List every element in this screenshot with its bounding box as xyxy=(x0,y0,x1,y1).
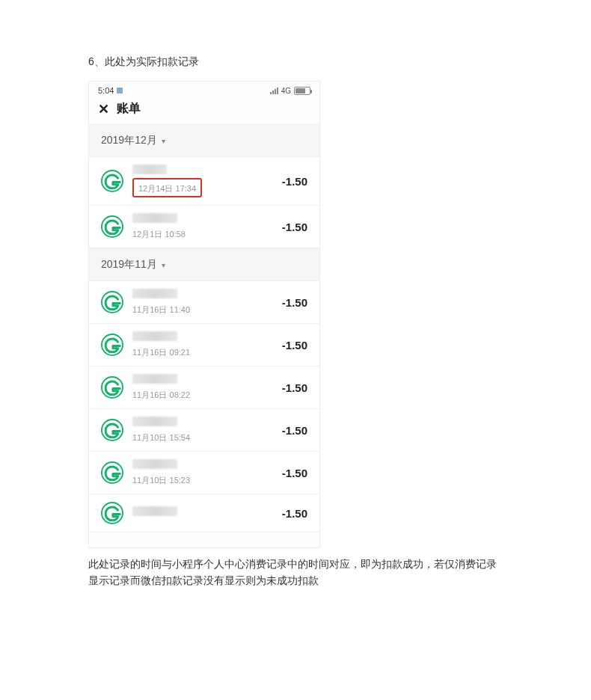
network-label: 4G xyxy=(281,87,291,95)
transaction-amount: -1.50 xyxy=(282,381,307,394)
transaction-body: 11月16日 11:40 xyxy=(132,289,282,316)
chevron-down-icon: ▾ xyxy=(162,261,165,269)
transaction-body: 11月10日 15:23 xyxy=(132,459,282,486)
close-icon[interactable]: ✕ xyxy=(98,102,109,116)
g-logo-icon xyxy=(101,291,123,313)
transaction-time: 12月14日 17:34 xyxy=(138,184,196,193)
transaction-body: 12月14日 17:34 xyxy=(132,165,282,197)
bill-list: 2019年12月 ▾ 12月14日 17:34 -1.50 12月1日 10:5… xyxy=(89,124,319,532)
merchant-icon xyxy=(101,461,123,484)
merchant-name-redacted xyxy=(132,417,177,426)
month-header[interactable]: 2019年11月 ▾ xyxy=(89,248,319,281)
transaction-amount: -1.50 xyxy=(282,175,307,188)
phone-screenshot: 5:04 4G ✕ 账单 2019年12月 ▾ 12月14日 17:34 xyxy=(88,81,320,548)
merchant-icon xyxy=(101,419,123,441)
g-logo-icon xyxy=(101,502,123,524)
transaction-body: 12月1日 10:58 xyxy=(132,213,282,240)
merchant-icon xyxy=(101,291,123,313)
transaction-row[interactable]: 11月10日 15:23 -1.50 xyxy=(89,452,319,494)
transaction-row[interactable]: 12月1日 10:58 -1.50 xyxy=(89,206,319,248)
transaction-time: 11月16日 09:21 xyxy=(132,348,190,357)
g-logo-icon xyxy=(101,334,123,356)
g-logo-icon xyxy=(101,419,123,441)
status-left: 5:04 xyxy=(98,86,123,95)
battery-icon xyxy=(294,87,310,95)
merchant-name-redacted xyxy=(132,165,167,174)
merchant-name-redacted xyxy=(132,459,177,469)
merchant-name-redacted xyxy=(132,331,177,341)
transaction-amount: -1.50 xyxy=(282,424,307,437)
transaction-time: 12月1日 10:58 xyxy=(132,230,186,239)
g-logo-icon xyxy=(101,170,123,192)
transaction-amount: -1.50 xyxy=(282,467,307,479)
caption-bottom: 此处记录的时间与小程序个人中心消费记录中的时间对应，即为扣款成功，若仅消费记录显… xyxy=(88,556,503,589)
status-right: 4G xyxy=(270,87,310,95)
g-logo-icon xyxy=(101,215,123,238)
signal-icon xyxy=(270,88,278,94)
month-header[interactable]: 2019年12月 ▾ xyxy=(89,124,319,157)
transaction-amount: -1.50 xyxy=(282,507,307,520)
caption-top: 6、此处为实际扣款记录 xyxy=(88,55,503,69)
status-time: 5:04 xyxy=(98,86,114,95)
merchant-name-redacted xyxy=(132,506,177,516)
transaction-body: 11月10日 15:54 xyxy=(132,417,282,443)
transaction-amount: -1.50 xyxy=(282,339,307,351)
transaction-time: 11月10日 15:54 xyxy=(132,433,190,442)
sim-icon xyxy=(117,88,123,93)
merchant-icon xyxy=(101,215,123,238)
transaction-row[interactable]: -1.50 xyxy=(89,494,319,532)
transaction-body xyxy=(132,506,282,520)
merchant-icon xyxy=(101,334,123,356)
nav-bar: ✕ 账单 xyxy=(89,96,319,124)
time-highlight: 12月14日 17:34 xyxy=(132,178,202,197)
merchant-icon xyxy=(101,376,123,399)
document-page: 6、此处为实际扣款记录 5:04 4G ✕ 账单 2019年12月 ▾ xyxy=(0,0,591,589)
merchant-name-redacted xyxy=(132,213,177,223)
g-logo-icon xyxy=(101,461,123,484)
merchant-icon xyxy=(101,502,123,524)
g-logo-icon xyxy=(101,376,123,399)
transaction-row[interactable]: 12月14日 17:34 -1.50 xyxy=(89,157,319,206)
transaction-row[interactable]: 11月16日 09:21 -1.50 xyxy=(89,324,319,366)
transaction-time: 11月10日 15:23 xyxy=(132,476,190,485)
month-label: 2019年11月 xyxy=(101,258,157,271)
transaction-amount: -1.50 xyxy=(282,221,307,233)
merchant-name-redacted xyxy=(132,374,177,384)
transaction-body: 11月16日 08:22 xyxy=(132,374,282,401)
transaction-time: 11月16日 11:40 xyxy=(132,305,190,314)
month-label: 2019年12月 xyxy=(101,134,157,147)
transaction-body: 11月16日 09:21 xyxy=(132,331,282,358)
merchant-icon xyxy=(101,170,123,192)
status-bar: 5:04 4G xyxy=(89,82,319,96)
transaction-amount: -1.50 xyxy=(282,296,307,309)
merchant-name-redacted xyxy=(132,289,177,298)
chevron-down-icon: ▾ xyxy=(162,137,165,145)
transaction-row[interactable]: 11月16日 08:22 -1.50 xyxy=(89,366,319,409)
transaction-row[interactable]: 11月16日 11:40 -1.50 xyxy=(89,281,319,324)
transaction-time: 11月16日 08:22 xyxy=(132,390,190,399)
page-title: 账单 xyxy=(117,101,141,117)
transaction-row[interactable]: 11月10日 15:54 -1.50 xyxy=(89,409,319,452)
